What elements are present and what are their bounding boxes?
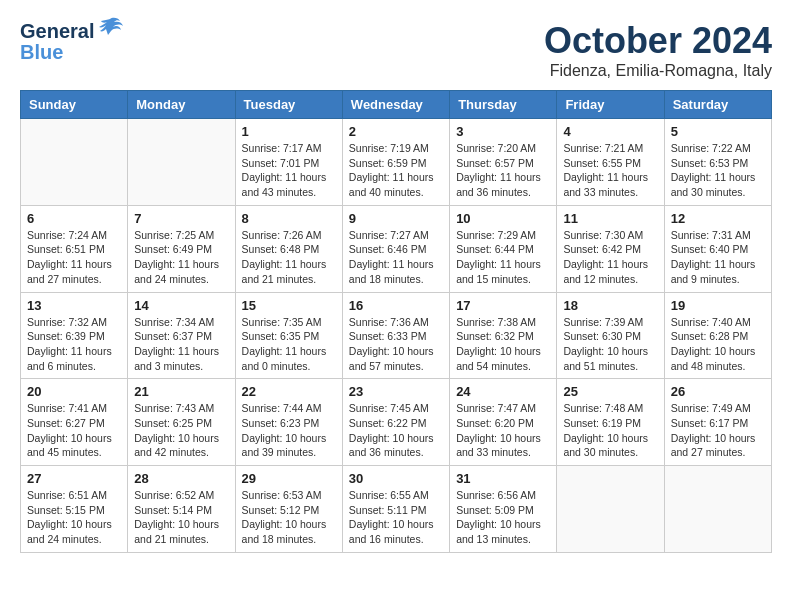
day-number: 27 <box>27 471 121 486</box>
calendar-header-row: SundayMondayTuesdayWednesdayThursdayFrid… <box>21 91 772 119</box>
calendar-week-row: 27Sunrise: 6:51 AMSunset: 5:15 PMDayligh… <box>21 466 772 553</box>
day-info: Sunrise: 7:49 AMSunset: 6:17 PMDaylight:… <box>671 401 765 460</box>
day-info: Sunrise: 7:19 AMSunset: 6:59 PMDaylight:… <box>349 141 443 200</box>
day-info: Sunrise: 7:24 AMSunset: 6:51 PMDaylight:… <box>27 228 121 287</box>
calendar-cell <box>557 466 664 553</box>
calendar-cell: 17Sunrise: 7:38 AMSunset: 6:32 PMDayligh… <box>450 292 557 379</box>
day-number: 2 <box>349 124 443 139</box>
day-info: Sunrise: 7:47 AMSunset: 6:20 PMDaylight:… <box>456 401 550 460</box>
calendar-cell: 15Sunrise: 7:35 AMSunset: 6:35 PMDayligh… <box>235 292 342 379</box>
day-number: 30 <box>349 471 443 486</box>
calendar-cell: 21Sunrise: 7:43 AMSunset: 6:25 PMDayligh… <box>128 379 235 466</box>
calendar-cell: 26Sunrise: 7:49 AMSunset: 6:17 PMDayligh… <box>664 379 771 466</box>
calendar-cell: 13Sunrise: 7:32 AMSunset: 6:39 PMDayligh… <box>21 292 128 379</box>
logo: General Blue <box>20 20 124 64</box>
day-of-week-header: Friday <box>557 91 664 119</box>
calendar-cell: 16Sunrise: 7:36 AMSunset: 6:33 PMDayligh… <box>342 292 449 379</box>
day-number: 29 <box>242 471 336 486</box>
logo-general-text: General <box>20 20 94 43</box>
calendar-cell: 7Sunrise: 7:25 AMSunset: 6:49 PMDaylight… <box>128 205 235 292</box>
logo-bird-icon <box>96 17 124 39</box>
day-info: Sunrise: 7:30 AMSunset: 6:42 PMDaylight:… <box>563 228 657 287</box>
day-info: Sunrise: 7:27 AMSunset: 6:46 PMDaylight:… <box>349 228 443 287</box>
day-info: Sunrise: 6:52 AMSunset: 5:14 PMDaylight:… <box>134 488 228 547</box>
calendar-cell: 20Sunrise: 7:41 AMSunset: 6:27 PMDayligh… <box>21 379 128 466</box>
day-info: Sunrise: 7:34 AMSunset: 6:37 PMDaylight:… <box>134 315 228 374</box>
calendar-cell: 24Sunrise: 7:47 AMSunset: 6:20 PMDayligh… <box>450 379 557 466</box>
day-info: Sunrise: 7:48 AMSunset: 6:19 PMDaylight:… <box>563 401 657 460</box>
day-info: Sunrise: 7:45 AMSunset: 6:22 PMDaylight:… <box>349 401 443 460</box>
day-of-week-header: Wednesday <box>342 91 449 119</box>
day-number: 11 <box>563 211 657 226</box>
calendar-week-row: 6Sunrise: 7:24 AMSunset: 6:51 PMDaylight… <box>21 205 772 292</box>
calendar-cell: 28Sunrise: 6:52 AMSunset: 5:14 PMDayligh… <box>128 466 235 553</box>
calendar-cell: 12Sunrise: 7:31 AMSunset: 6:40 PMDayligh… <box>664 205 771 292</box>
day-number: 23 <box>349 384 443 399</box>
calendar-cell <box>128 119 235 206</box>
logo-blue-text: Blue <box>20 41 63 63</box>
calendar-cell: 10Sunrise: 7:29 AMSunset: 6:44 PMDayligh… <box>450 205 557 292</box>
calendar-cell: 11Sunrise: 7:30 AMSunset: 6:42 PMDayligh… <box>557 205 664 292</box>
calendar-cell: 2Sunrise: 7:19 AMSunset: 6:59 PMDaylight… <box>342 119 449 206</box>
day-info: Sunrise: 7:41 AMSunset: 6:27 PMDaylight:… <box>27 401 121 460</box>
day-info: Sunrise: 7:26 AMSunset: 6:48 PMDaylight:… <box>242 228 336 287</box>
day-info: Sunrise: 6:51 AMSunset: 5:15 PMDaylight:… <box>27 488 121 547</box>
day-info: Sunrise: 7:17 AMSunset: 7:01 PMDaylight:… <box>242 141 336 200</box>
calendar-cell: 30Sunrise: 6:55 AMSunset: 5:11 PMDayligh… <box>342 466 449 553</box>
day-number: 12 <box>671 211 765 226</box>
calendar-cell: 19Sunrise: 7:40 AMSunset: 6:28 PMDayligh… <box>664 292 771 379</box>
calendar-cell <box>21 119 128 206</box>
day-of-week-header: Thursday <box>450 91 557 119</box>
day-info: Sunrise: 7:20 AMSunset: 6:57 PMDaylight:… <box>456 141 550 200</box>
day-info: Sunrise: 6:53 AMSunset: 5:12 PMDaylight:… <box>242 488 336 547</box>
calendar-cell: 14Sunrise: 7:34 AMSunset: 6:37 PMDayligh… <box>128 292 235 379</box>
calendar-cell: 1Sunrise: 7:17 AMSunset: 7:01 PMDaylight… <box>235 119 342 206</box>
day-info: Sunrise: 7:40 AMSunset: 6:28 PMDaylight:… <box>671 315 765 374</box>
day-number: 15 <box>242 298 336 313</box>
day-info: Sunrise: 6:56 AMSunset: 5:09 PMDaylight:… <box>456 488 550 547</box>
calendar-cell: 6Sunrise: 7:24 AMSunset: 6:51 PMDaylight… <box>21 205 128 292</box>
day-number: 5 <box>671 124 765 139</box>
day-number: 4 <box>563 124 657 139</box>
day-number: 18 <box>563 298 657 313</box>
calendar-table: SundayMondayTuesdayWednesdayThursdayFrid… <box>20 90 772 553</box>
day-number: 13 <box>27 298 121 313</box>
day-number: 6 <box>27 211 121 226</box>
day-number: 9 <box>349 211 443 226</box>
calendar-cell: 25Sunrise: 7:48 AMSunset: 6:19 PMDayligh… <box>557 379 664 466</box>
day-number: 1 <box>242 124 336 139</box>
calendar-cell: 9Sunrise: 7:27 AMSunset: 6:46 PMDaylight… <box>342 205 449 292</box>
day-number: 10 <box>456 211 550 226</box>
day-of-week-header: Saturday <box>664 91 771 119</box>
location-title: Fidenza, Emilia-Romagna, Italy <box>544 62 772 80</box>
day-number: 22 <box>242 384 336 399</box>
day-info: Sunrise: 7:35 AMSunset: 6:35 PMDaylight:… <box>242 315 336 374</box>
day-info: Sunrise: 7:22 AMSunset: 6:53 PMDaylight:… <box>671 141 765 200</box>
calendar-cell <box>664 466 771 553</box>
day-number: 7 <box>134 211 228 226</box>
day-info: Sunrise: 7:31 AMSunset: 6:40 PMDaylight:… <box>671 228 765 287</box>
day-info: Sunrise: 7:25 AMSunset: 6:49 PMDaylight:… <box>134 228 228 287</box>
calendar-cell: 3Sunrise: 7:20 AMSunset: 6:57 PMDaylight… <box>450 119 557 206</box>
day-number: 24 <box>456 384 550 399</box>
day-number: 20 <box>27 384 121 399</box>
calendar-cell: 22Sunrise: 7:44 AMSunset: 6:23 PMDayligh… <box>235 379 342 466</box>
calendar-week-row: 20Sunrise: 7:41 AMSunset: 6:27 PMDayligh… <box>21 379 772 466</box>
month-title: October 2024 <box>544 20 772 62</box>
day-info: Sunrise: 7:39 AMSunset: 6:30 PMDaylight:… <box>563 315 657 374</box>
calendar-cell: 31Sunrise: 6:56 AMSunset: 5:09 PMDayligh… <box>450 466 557 553</box>
day-info: Sunrise: 7:29 AMSunset: 6:44 PMDaylight:… <box>456 228 550 287</box>
day-number: 3 <box>456 124 550 139</box>
day-number: 8 <box>242 211 336 226</box>
day-number: 17 <box>456 298 550 313</box>
calendar-cell: 4Sunrise: 7:21 AMSunset: 6:55 PMDaylight… <box>557 119 664 206</box>
day-info: Sunrise: 7:32 AMSunset: 6:39 PMDaylight:… <box>27 315 121 374</box>
day-number: 19 <box>671 298 765 313</box>
day-of-week-header: Monday <box>128 91 235 119</box>
calendar-cell: 8Sunrise: 7:26 AMSunset: 6:48 PMDaylight… <box>235 205 342 292</box>
day-info: Sunrise: 7:43 AMSunset: 6:25 PMDaylight:… <box>134 401 228 460</box>
header: General Blue October 2024 Fidenza, Emili… <box>20 20 772 80</box>
calendar-week-row: 13Sunrise: 7:32 AMSunset: 6:39 PMDayligh… <box>21 292 772 379</box>
day-of-week-header: Tuesday <box>235 91 342 119</box>
calendar-week-row: 1Sunrise: 7:17 AMSunset: 7:01 PMDaylight… <box>21 119 772 206</box>
